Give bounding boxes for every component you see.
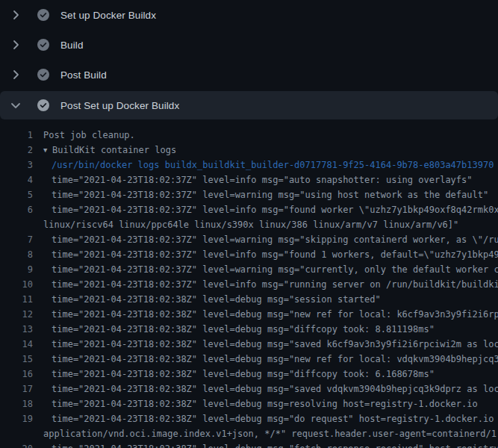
log-text: linux/riscv64 linux/ppc64le linux/s390x …	[43, 217, 458, 232]
log-line: 9time="2021-04-23T18:02:37Z" level=warni…	[0, 262, 498, 277]
log-text: Post job cleanup.	[43, 128, 135, 143]
log-line-number[interactable]: 7	[0, 232, 33, 247]
log-line: 11time="2021-04-23T18:02:38Z" level=debu…	[0, 292, 498, 307]
log-viewer: 1Post job cleanup.2▼BuildKit container l…	[0, 119, 498, 448]
steps-list: Set up Docker BuildxBuildPost BuildPost …	[0, 0, 498, 119]
check-circle-icon	[37, 69, 49, 81]
log-line-number[interactable]: 20	[0, 441, 33, 448]
chevron-down-icon[interactable]	[10, 99, 22, 111]
log-text: time="2021-04-23T18:02:37Z" level=info m…	[52, 202, 498, 217]
log-text: time="2021-04-23T18:02:38Z" level=debug …	[52, 337, 498, 352]
log-line: 2▼BuildKit container logs	[0, 143, 498, 158]
step-header-set-up-docker-buildx[interactable]: Set up Docker Buildx	[0, 0, 498, 30]
log-line: 6time="2021-04-23T18:02:37Z" level=info …	[0, 202, 498, 217]
log-line-continuation: linux/riscv64 linux/ppc64le linux/s390x …	[0, 217, 498, 232]
log-line: 7time="2021-04-23T18:02:37Z" level=warni…	[0, 232, 498, 247]
log-line: 18time="2021-04-23T18:02:38Z" level=debu…	[0, 396, 498, 411]
log-text: time="2021-04-23T18:02:38Z" level=debug …	[52, 367, 435, 382]
log-line-number[interactable]: 5	[0, 187, 33, 202]
log-text: time="2021-04-23T18:02:38Z" level=debug …	[52, 441, 498, 448]
log-text: time="2021-04-23T18:02:38Z" level=debug …	[52, 352, 498, 367]
chevron-right-icon[interactable]	[10, 69, 22, 81]
log-text: time="2021-04-23T18:02:37Z" level=info m…	[52, 277, 498, 292]
log-line-number[interactable]: 18	[0, 396, 33, 411]
log-text: time="2021-04-23T18:02:37Z" level=info m…	[52, 172, 473, 187]
log-line-number[interactable]: 14	[0, 337, 33, 352]
step-header-post-build[interactable]: Post Build	[0, 60, 498, 90]
chevron-right-icon[interactable]	[10, 39, 22, 51]
log-line: 5time="2021-04-23T18:02:37Z" level=warni…	[0, 187, 498, 202]
step-header-build[interactable]: Build	[0, 30, 498, 60]
log-line-number[interactable]: 17	[0, 382, 33, 396]
log-command-text: /usr/bin/docker logs buildx_buildkit_bui…	[52, 158, 494, 172]
check-circle-icon	[37, 39, 49, 51]
log-line: 4time="2021-04-23T18:02:37Z" level=info …	[0, 172, 498, 187]
log-line-number[interactable]: 16	[0, 367, 33, 382]
log-line-continuation: application/vnd.oci.image.index.v1+json,…	[0, 426, 498, 441]
log-text: time="2021-04-23T18:02:37Z" level=info m…	[52, 247, 498, 262]
log-line: 8time="2021-04-23T18:02:37Z" level=info …	[0, 247, 498, 262]
log-line-number[interactable]: 3	[0, 158, 33, 172]
log-line-number[interactable]: 13	[0, 322, 33, 337]
group-collapse-icon[interactable]: ▼	[43, 143, 52, 158]
log-line-number[interactable]: 12	[0, 307, 33, 322]
log-line-number[interactable]: 19	[0, 411, 33, 426]
log-line-number[interactable]: 10	[0, 277, 33, 292]
log-line: 13time="2021-04-23T18:02:38Z" level=debu…	[0, 322, 498, 337]
log-line-number[interactable]: 15	[0, 352, 33, 367]
step-label: Build	[60, 40, 84, 51]
log-line-number	[0, 426, 33, 441]
log-line-number	[0, 217, 33, 232]
step-label: Set up Docker Buildx	[60, 10, 156, 21]
log-text: time="2021-04-23T18:02:38Z" level=debug …	[52, 307, 498, 322]
log-line: 17time="2021-04-23T18:02:38Z" level=debu…	[0, 382, 498, 396]
chevron-right-icon[interactable]	[10, 9, 22, 21]
log-text: time="2021-04-23T18:02:38Z" level=debug …	[52, 382, 498, 396]
log-line: 19time="2021-04-23T18:02:38Z" level=debu…	[0, 411, 498, 426]
log-line-number[interactable]: 8	[0, 247, 33, 262]
log-text: time="2021-04-23T18:02:37Z" level=warnin…	[52, 232, 498, 247]
step-label: Post Set up Docker Buildx	[60, 100, 179, 111]
log-group-title: BuildKit container logs	[52, 145, 176, 155]
log-line-number[interactable]: 4	[0, 172, 33, 187]
log-line-number[interactable]: 6	[0, 202, 33, 217]
step-label: Post Build	[60, 69, 107, 81]
log-text: time="2021-04-23T18:02:37Z" level=warnin…	[52, 187, 488, 202]
log-line-number[interactable]: 2	[0, 143, 33, 158]
log-line: 12time="2021-04-23T18:02:38Z" level=debu…	[0, 307, 498, 322]
check-circle-icon	[37, 9, 49, 21]
log-text: time="2021-04-23T18:02:38Z" level=debug …	[52, 396, 478, 411]
log-line: 20time="2021-04-23T18:02:38Z" level=debu…	[0, 441, 498, 448]
log-group-header[interactable]: ▼BuildKit container logs	[43, 143, 176, 158]
log-text: time="2021-04-23T18:02:37Z" level=warnin…	[52, 262, 498, 277]
log-line: 16time="2021-04-23T18:02:38Z" level=debu…	[0, 367, 498, 382]
log-line: 10time="2021-04-23T18:02:37Z" level=info…	[0, 277, 498, 292]
log-line: 14time="2021-04-23T18:02:38Z" level=debu…	[0, 337, 498, 352]
log-text: application/vnd.oci.image.index.v1+json,…	[43, 426, 498, 441]
log-text: time="2021-04-23T18:02:38Z" level=debug …	[52, 322, 435, 337]
check-circle-icon	[37, 99, 49, 111]
log-line-number[interactable]: 11	[0, 292, 33, 307]
log-line-number[interactable]: 9	[0, 262, 33, 277]
log-line: 3/usr/bin/docker logs buildx_buildkit_bu…	[0, 158, 498, 172]
step-header-post-set-up-docker-buildx[interactable]: Post Set up Docker Buildx	[0, 91, 498, 119]
log-text: time="2021-04-23T18:02:38Z" level=debug …	[52, 411, 498, 426]
log-line: 1Post job cleanup.	[0, 128, 498, 143]
log-line-number[interactable]: 1	[0, 128, 33, 143]
log-line: 15time="2021-04-23T18:02:38Z" level=debu…	[0, 352, 498, 367]
log-text: time="2021-04-23T18:02:38Z" level=debug …	[52, 292, 381, 307]
